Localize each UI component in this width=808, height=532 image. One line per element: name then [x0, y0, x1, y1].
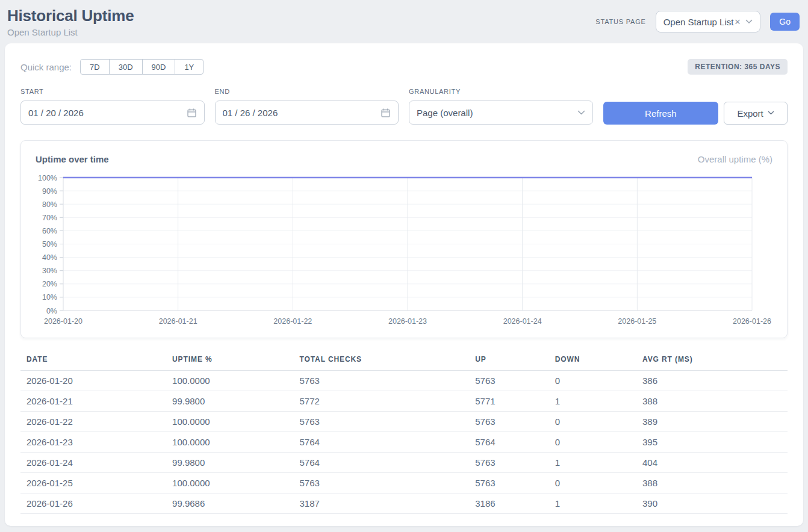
svg-text:0%: 0%	[46, 307, 57, 315]
table-cell: 5771	[469, 391, 549, 412]
end-label: END	[215, 88, 399, 95]
chart-title: Uptime over time	[36, 154, 109, 164]
svg-text:80%: 80%	[42, 200, 57, 209]
table-cell: 100.0000	[166, 412, 293, 432]
granularity-select-value: Page (overall)	[417, 108, 473, 118]
table-row: 2026-01-2499.9800576457631404	[20, 453, 788, 473]
svg-text:30%: 30%	[42, 267, 57, 275]
chart-legend: Overall uptime (%)	[698, 154, 772, 164]
page-heading: Historical Uptime Open Startup List	[7, 7, 134, 37]
table-cell: 5763	[294, 473, 470, 493]
table-cell: 2026-01-26	[20, 493, 166, 514]
chart-card-header: Uptime over time Overall uptime (%)	[36, 154, 772, 164]
table-cell: 2026-01-22	[20, 412, 166, 432]
table-cell: 0	[549, 371, 636, 391]
page-title: Historical Uptime	[7, 7, 134, 25]
table-cell: 2026-01-23	[20, 432, 166, 453]
topbar-controls: STATUS PAGE Open Startup List ✕ Go	[595, 11, 800, 32]
table-cell: 395	[636, 432, 788, 453]
filters-row: START END GRANULARITY Page (overall)	[20, 88, 788, 125]
svg-text:60%: 60%	[42, 227, 57, 235]
table-cell: 100.0000	[166, 371, 293, 391]
svg-text:2026-01-24: 2026-01-24	[503, 317, 542, 326]
calendar-icon[interactable]	[381, 108, 391, 118]
table-cell: 390	[636, 493, 788, 514]
svg-text:10%: 10%	[42, 293, 57, 302]
main-panel: Quick range: 7D30D90D1Y RETENTION: 365 D…	[5, 43, 803, 526]
table-cell: 2026-01-25	[20, 473, 166, 493]
status-page-select[interactable]: Open Startup List ✕	[656, 11, 761, 32]
table-cell: 5763	[469, 453, 549, 473]
table-cell: 100.0000	[166, 432, 293, 453]
granularity-field: GRANULARITY Page (overall)	[409, 88, 593, 125]
table-row: 2026-01-22100.0000576357630389	[20, 412, 788, 432]
start-input-wrap	[20, 101, 205, 125]
quick-range-1y[interactable]: 1Y	[175, 59, 204, 75]
svg-text:2026-01-23: 2026-01-23	[388, 317, 427, 326]
go-button[interactable]: Go	[770, 13, 800, 31]
uptime-table-head: DATEUPTIME %TOTAL CHECKSUPDOWNAVG RT (MS…	[20, 353, 788, 371]
svg-text:100%: 100%	[38, 174, 57, 182]
table-cell: 404	[636, 453, 788, 473]
table-header-cell: TOTAL CHECKS	[294, 353, 470, 371]
svg-text:2026-01-20: 2026-01-20	[44, 317, 82, 326]
table-row: 2026-01-20100.0000576357630386	[20, 371, 788, 391]
calendar-icon[interactable]	[187, 108, 197, 118]
quick-range-group: 7D30D90D1Y	[80, 59, 204, 75]
svg-text:70%: 70%	[42, 214, 57, 222]
table-cell: 2026-01-24	[20, 453, 166, 473]
table-cell: 5764	[294, 453, 470, 473]
quick-range-90d[interactable]: 90D	[142, 59, 176, 75]
start-date-input[interactable]	[28, 108, 182, 118]
quick-range-30d[interactable]: 30D	[109, 59, 143, 75]
table-cell: 3187	[294, 493, 470, 514]
status-page-select-value: Open Startup List	[663, 17, 734, 27]
table-cell: 99.9686	[166, 493, 293, 514]
refresh-button[interactable]: Refresh	[603, 102, 719, 125]
chevron-down-icon	[577, 110, 585, 116]
uptime-table-body: 2026-01-20100.00005763576303862026-01-21…	[20, 371, 788, 514]
table-cell: 386	[636, 371, 788, 391]
table-header-cell: DATE	[20, 353, 166, 371]
uptime-table: DATEUPTIME %TOTAL CHECKSUPDOWNAVG RT (MS…	[20, 353, 788, 514]
quick-range-7d[interactable]: 7D	[80, 59, 110, 75]
export-button-label: Export	[737, 108, 763, 119]
table-cell: 99.9800	[166, 453, 293, 473]
svg-text:2026-01-22: 2026-01-22	[273, 317, 312, 326]
quick-range-label: Quick range:	[20, 62, 72, 72]
export-button[interactable]: Export	[724, 102, 788, 125]
table-row: 2026-01-2199.9800577257711388	[20, 391, 788, 412]
svg-text:2026-01-21: 2026-01-21	[159, 317, 197, 326]
table-header-cell: AVG RT (MS)	[636, 353, 788, 371]
table-cell: 5763	[469, 473, 549, 493]
chart-card: Uptime over time Overall uptime (%) 0%10…	[20, 140, 788, 338]
table-cell: 0	[549, 473, 636, 493]
chevron-down-icon	[745, 19, 753, 24]
table-cell: 1	[549, 453, 636, 473]
end-field: END	[215, 88, 399, 125]
table-cell: 2026-01-20	[20, 371, 166, 391]
end-date-input[interactable]	[223, 108, 376, 118]
table-cell: 5764	[294, 432, 470, 453]
table-row: 2026-01-2699.9686318731861390	[20, 493, 788, 514]
table-cell: 389	[636, 412, 788, 432]
table-cell: 5763	[469, 412, 549, 432]
table-cell: 5763	[469, 371, 549, 391]
clear-icon[interactable]: ✕	[734, 17, 741, 26]
table-cell: 5763	[294, 371, 470, 391]
svg-text:50%: 50%	[42, 240, 57, 249]
chevron-down-icon	[768, 111, 774, 116]
table-cell: 1	[549, 493, 636, 514]
table-cell: 388	[636, 473, 788, 493]
table-cell: 3186	[469, 493, 549, 514]
granularity-label: GRANULARITY	[409, 88, 593, 95]
granularity-select[interactable]: Page (overall)	[409, 101, 593, 125]
topbar: Historical Uptime Open Startup List STAT…	[0, 0, 808, 43]
table-header-cell: DOWN	[549, 353, 636, 371]
svg-text:2026-01-25: 2026-01-25	[618, 317, 656, 326]
start-field: START	[20, 88, 205, 125]
table-cell: 0	[549, 432, 636, 453]
table-cell: 1	[549, 391, 636, 412]
quick-range-row: Quick range: 7D30D90D1Y RETENTION: 365 D…	[20, 59, 788, 75]
start-label: START	[20, 88, 205, 95]
